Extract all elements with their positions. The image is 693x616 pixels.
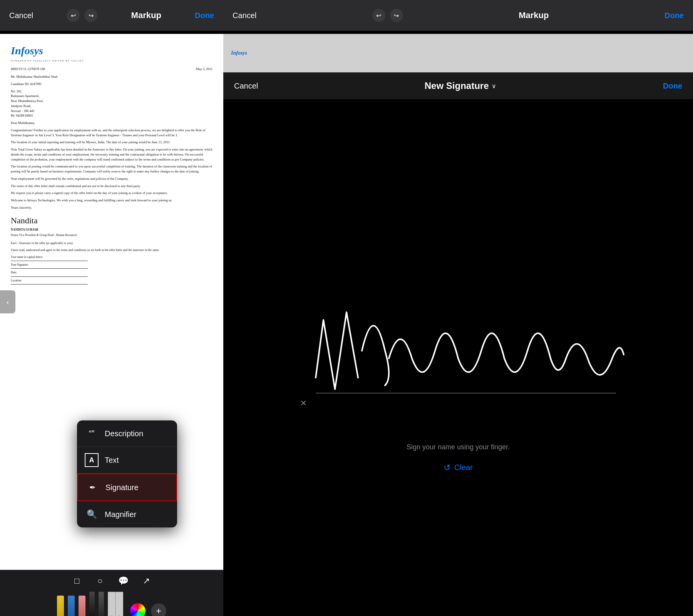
right-top-bar: Cancel ↩ ↪ Markup Done	[223, 0, 693, 31]
sig-title-text: New Signature	[425, 80, 489, 91]
doc-footer: Encl.: Annexure to the offer (as applica…	[11, 241, 213, 285]
signatory-title: Senior Vice President & Group Head - Hum…	[11, 233, 213, 237]
popup-menu: “” Description A Text ✒ Signature 🔍 Magn…	[77, 420, 177, 527]
form-label2: Your Signature	[11, 263, 213, 267]
right-doc-logo: Infosys	[231, 50, 247, 56]
form-line3	[11, 276, 88, 277]
left-redo-button[interactable]: ↪	[84, 9, 97, 22]
color-wheel-button[interactable]	[130, 603, 146, 616]
doc-body: Mr. Mohitkumar Shaileshbhai Shah Candida…	[11, 74, 213, 285]
doc-ref: HRD/3T/11-12/NIOT-168	[11, 67, 45, 71]
signatory-name: NANDITA GURJAR	[11, 228, 213, 232]
closing: Yours sincerely,	[11, 205, 213, 210]
right-doc-peek: Infosys	[223, 34, 693, 72]
form-line4	[11, 284, 88, 285]
para7: We request you to please carry a signed …	[11, 191, 213, 196]
right-undo-button[interactable]: ↩	[372, 9, 385, 22]
signatory-cursive: Nandita	[11, 214, 213, 227]
black-pen-tool2[interactable]	[99, 592, 104, 616]
left-separator	[0, 31, 223, 34]
form-line1	[11, 261, 88, 261]
magnifier-label: Magnifier	[105, 510, 136, 519]
ruler-tool2[interactable]: 50	[116, 592, 123, 616]
clear-icon: ↺	[444, 463, 450, 473]
shape-arrow-button[interactable]: ↗	[139, 573, 154, 589]
shape-callout-button[interactable]: 💬	[116, 573, 131, 589]
address: No: 201, Ratnanani Apartment, Near Dhamd…	[11, 89, 213, 119]
menu-item-text[interactable]: A Text	[77, 447, 177, 474]
left-markup-title: Markup	[131, 10, 161, 20]
right-separator	[223, 31, 693, 34]
menu-item-description[interactable]: “” Description	[77, 420, 177, 447]
agree-text: I have read, understood and agree to the…	[11, 248, 213, 253]
ruler-tool[interactable]: 80	[108, 592, 116, 616]
text-label: Text	[105, 456, 119, 465]
shape-tools: □ ○ 💬 ↗	[0, 570, 223, 590]
text-icon: A	[85, 453, 99, 467]
signature-drawing-area[interactable]: ×	[285, 243, 631, 435]
sig-chevron-icon: ∨	[492, 82, 496, 90]
add-tool-button[interactable]: +	[151, 603, 166, 616]
right-cancel-button[interactable]: Cancel	[233, 11, 256, 20]
infosys-logo: Infosys POWERED BY INTELLECT DRIVEN BY V…	[11, 43, 213, 63]
left-panel: Cancel ↩ ↪ Markup Done ‹ Infosys POWERED…	[0, 0, 223, 616]
para1: Congratulations! Further to your applica…	[11, 128, 213, 138]
sig-clear-button[interactable]: ↺ Clear	[444, 463, 473, 473]
blue-marker-tool[interactable]	[68, 596, 75, 616]
shape-rect-button[interactable]: □	[69, 573, 85, 589]
logo-text: Infosys	[11, 43, 213, 59]
candidate-id: Candidate ID: 4247095	[11, 82, 213, 87]
document-content: Infosys POWERED BY INTELLECT DRIVEN BY V…	[0, 34, 223, 295]
right-redo-button[interactable]: ↪	[390, 9, 403, 22]
left-top-bar: Cancel ↩ ↪ Markup Done	[0, 0, 223, 31]
sig-hint-text: Sign your name using your finger.	[407, 443, 510, 451]
form-label4: Location:	[11, 278, 213, 283]
description-icon: “”	[85, 427, 99, 440]
black-pen-tool1[interactable]	[89, 592, 95, 616]
para6: The terms of this offer letter shall rem…	[11, 184, 213, 189]
addressee: Mr. Mohitkumar Shaileshbhai Shah	[11, 74, 213, 79]
doc-header: HRD/3T/11-12/NIOT-168 May 5, 2011	[11, 67, 213, 71]
para4: The location of posting would be communi…	[11, 164, 213, 174]
new-signature-dropdown[interactable]: New Signature ∨	[425, 80, 497, 91]
description-label: Description	[105, 429, 143, 438]
right-topbar-icons: ↩ ↪	[372, 9, 403, 22]
signature-svg	[285, 243, 631, 435]
logo-tagline: POWERED BY INTELLECT DRIVEN BY VALUES	[11, 59, 213, 63]
nav-prev-button[interactable]: ‹	[0, 290, 15, 313]
pink-marker-tool[interactable]	[79, 596, 85, 616]
bottom-toolbar: □ ○ 💬 ↗ 80 50 +	[0, 570, 223, 616]
signatory-area: Nandita NANDITA GURJAR Senior Vice Presi…	[11, 214, 213, 237]
left-topbar-icons: ↩ ↪	[67, 9, 97, 22]
right-panel: Cancel ↩ ↪ Markup Done Infosys Cancel Ne…	[223, 0, 693, 616]
drawing-tools: 80 50 +	[0, 590, 223, 616]
left-undo-button[interactable]: ↩	[67, 9, 80, 22]
sig-clear-x-button[interactable]: ×	[300, 397, 306, 409]
document-area: ‹ Infosys POWERED BY INTELLECT DRIVEN BY…	[0, 34, 223, 570]
right-done-button[interactable]: Done	[665, 11, 684, 20]
signature-canvas-area[interactable]: × Sign your name using your finger. ↺ Cl…	[223, 99, 693, 616]
para5: Your employment will be governed by the …	[11, 176, 213, 181]
right-markup-title: Markup	[519, 10, 549, 20]
left-done-button[interactable]: Done	[195, 11, 214, 20]
menu-item-signature[interactable]: ✒ Signature	[77, 474, 177, 501]
clear-label: Clear	[454, 463, 473, 472]
salutation: Dear Mohitkumar,	[11, 121, 213, 126]
sig-done-button[interactable]: Done	[663, 82, 682, 90]
magnifier-icon: 🔍	[85, 507, 99, 521]
left-cancel-button[interactable]: Cancel	[9, 11, 33, 20]
signature-label: Signature	[105, 483, 139, 492]
para2: The location of your initial reporting a…	[11, 140, 213, 145]
yellow-marker-tool[interactable]	[57, 596, 64, 616]
sig-cancel-button[interactable]: Cancel	[234, 82, 258, 90]
form-label1: Your name in capital letters	[11, 255, 213, 259]
encl: Encl.: Annexure to the offer (as applica…	[11, 241, 213, 246]
form-line2	[11, 268, 88, 269]
para8: Welcome to Infosys Technologies. We wish…	[11, 198, 213, 203]
shape-circle-button[interactable]: ○	[92, 573, 108, 589]
doc-date: May 5, 2011	[196, 67, 213, 71]
menu-item-magnifier[interactable]: 🔍 Magnifier	[77, 501, 177, 527]
signature-toolbar: Cancel New Signature ∨ Done	[223, 72, 693, 99]
para3: Your Total Gross Salary as applicable ha…	[11, 147, 213, 162]
signature-icon: ✒	[85, 480, 99, 494]
